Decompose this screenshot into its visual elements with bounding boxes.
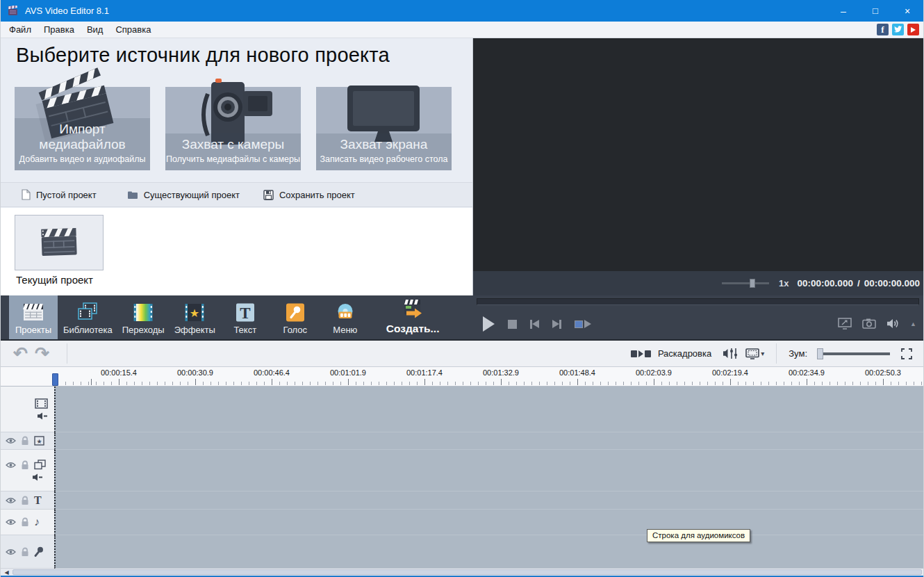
current-time: 00:00:00.000: [798, 278, 853, 288]
action-label: Существующий проект: [144, 190, 240, 200]
total-time: 00:00:00.000: [864, 278, 920, 288]
next-frame-button[interactable]: [552, 320, 561, 329]
audio-track-row: ♪: [1, 510, 923, 535]
app-icon: [8, 6, 19, 16]
save-icon: [263, 190, 274, 200]
stop-button[interactable]: [508, 320, 517, 329]
maximize-button[interactable]: □: [859, 0, 891, 22]
menu-help[interactable]: Справка: [109, 22, 157, 38]
video-track-row: [1, 387, 923, 432]
effects-track-row: ★: [1, 432, 923, 450]
menu-file[interactable]: Файл: [3, 22, 38, 38]
close-button[interactable]: ×: [891, 0, 923, 22]
redo-button[interactable]: ↷: [35, 343, 49, 364]
eye-icon[interactable]: [6, 462, 16, 469]
projects-icon: [22, 302, 45, 323]
lock-icon[interactable]: [21, 496, 29, 505]
tab-strip: Проекты Библиотека: [9, 295, 443, 339]
avs-video-editor-window: AVS Video Editor 8.1 – □ × Файл Правка В…: [0, 0, 924, 577]
storyboard-label[interactable]: Раскадровка: [658, 348, 711, 359]
transport-area: ▲: [473, 295, 924, 339]
lock-icon[interactable]: [21, 517, 29, 527]
seek-bar[interactable]: [477, 298, 919, 305]
display-mode-dropdown[interactable]: ▾: [745, 348, 764, 359]
capture-screen-card[interactable]: Захват экрана Записать видео рабочего ст…: [316, 87, 452, 170]
facebook-icon[interactable]: f: [877, 24, 889, 35]
tab-label: Создать...: [386, 323, 440, 335]
youtube-icon[interactable]: [907, 24, 919, 35]
tab-label: Меню: [333, 325, 357, 335]
main-toolbar: Проекты Библиотека: [1, 295, 923, 341]
empty-project-button[interactable]: Пустой проект: [22, 189, 97, 200]
audio-mixer-icon[interactable]: [723, 348, 739, 359]
ruler-major-ticks: [55, 379, 923, 385]
tab-transitions[interactable]: Переходы: [118, 295, 169, 339]
video-overlay-track-row: [1, 450, 923, 491]
zoom-slider-handle[interactable]: [817, 348, 823, 359]
audio-track-header: ♪: [1, 510, 54, 535]
card-title: Импорт медиафайлов: [15, 122, 150, 152]
previous-frame-button[interactable]: [530, 320, 539, 329]
eye-icon[interactable]: [6, 519, 16, 526]
lock-icon[interactable]: [21, 436, 29, 446]
volume-expand-icon[interactable]: ▲: [910, 320, 916, 327]
tab-voice[interactable]: Голос: [271, 295, 320, 339]
timeline-zoom-slider[interactable]: [817, 352, 890, 355]
current-project-zone: Текущий проект: [1, 208, 472, 295]
audio-track-lane: [54, 510, 923, 535]
scrollbar-thumb[interactable]: [13, 569, 922, 575]
tab-label: Голос: [283, 325, 307, 335]
voice-track-header: [1, 535, 54, 569]
lock-icon[interactable]: [21, 547, 29, 557]
time-readout: 00:00:00.000 / 00:00:00.000: [798, 278, 920, 288]
library-icon: [76, 302, 99, 323]
snapshot-icon[interactable]: [862, 318, 876, 329]
volume-icon[interactable]: [886, 318, 900, 329]
lock-icon[interactable]: [21, 460, 29, 470]
effects-track-header: ★: [1, 432, 54, 450]
fullscreen-icon[interactable]: [838, 318, 852, 330]
menu-edit[interactable]: Правка: [38, 22, 81, 38]
fit-timeline-icon[interactable]: [901, 348, 912, 359]
card-title: Захват с камеры: [165, 137, 301, 152]
scroll-left-button[interactable]: ◀: [2, 569, 11, 576]
eye-icon[interactable]: [6, 497, 16, 504]
eye-icon[interactable]: [6, 548, 16, 555]
tooltip: Строка для аудиомиксов: [647, 529, 750, 542]
folder-icon: [127, 190, 138, 200]
twitter-icon[interactable]: [892, 24, 904, 35]
new-document-icon: [22, 189, 31, 200]
music-note-icon: ♪: [34, 517, 40, 528]
tab-label: Проекты: [15, 325, 51, 335]
save-project-button[interactable]: Сохранить проект: [263, 190, 355, 200]
speaker-mute-icon[interactable]: [37, 412, 48, 420]
current-project-thumbnail[interactable]: [15, 215, 104, 270]
transitions-icon: [131, 302, 155, 323]
playback-speed-slider[interactable]: [722, 282, 769, 284]
horizontal-scrollbar[interactable]: ◀: [1, 569, 923, 576]
toolbar-separator: [776, 343, 777, 364]
play-fragment-button[interactable]: [575, 320, 591, 328]
tab-library[interactable]: Библиотека: [59, 295, 117, 339]
tab-projects[interactable]: Проекты: [9, 295, 58, 339]
minimize-button[interactable]: –: [827, 0, 859, 22]
existing-project-button[interactable]: Существующий проект: [127, 190, 240, 200]
speed-slider-handle[interactable]: [750, 279, 755, 288]
eye-icon[interactable]: [6, 437, 16, 444]
capture-camera-card[interactable]: Захват с камеры Получить медиафайлы с ка…: [165, 87, 301, 170]
menu-view[interactable]: Вид: [81, 22, 110, 38]
import-media-card[interactable]: Импорт медиафайлов Добавить видео и ауди…: [15, 87, 150, 170]
storyboard-icon[interactable]: [631, 350, 651, 357]
title-bar: AVS Video Editor 8.1 – □ ×: [1, 0, 923, 22]
tab-menu[interactable]: Меню: [321, 295, 370, 339]
project-actions-bar: Пустой проект Существующий проект: [1, 182, 472, 207]
tab-text[interactable]: T Текст: [221, 295, 270, 339]
play-button[interactable]: [483, 316, 495, 332]
speed-value: 1x: [779, 278, 789, 288]
speaker-mute-icon[interactable]: [32, 473, 43, 481]
timeline-ruler[interactable]: 00:00:15.400:00:30.9 00:00:46.400:01:01.…: [1, 367, 923, 387]
tab-create[interactable]: Создать...: [382, 295, 444, 339]
undo-button[interactable]: ↶: [13, 343, 28, 364]
tab-effects[interactable]: ★ Эффекты: [170, 295, 220, 339]
playhead-marker[interactable]: [52, 373, 58, 386]
